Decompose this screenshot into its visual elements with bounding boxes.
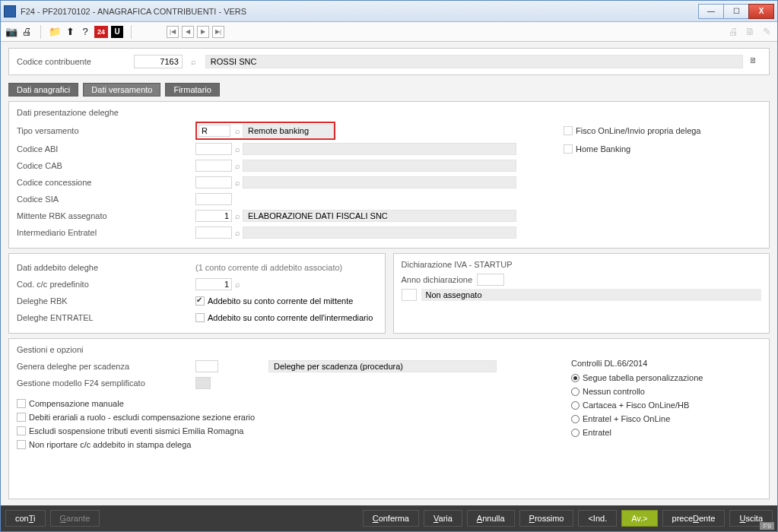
radio-entratel-fisco[interactable]: [571, 415, 580, 423]
code-label: Codice contribuente: [17, 57, 91, 66]
print-icon[interactable]: 🖨: [21, 26, 33, 38]
nav-prev-button[interactable]: ◀: [182, 26, 194, 38]
cc-input[interactable]: [195, 278, 232, 290]
conc-search-icon[interactable]: ⌕: [232, 177, 243, 188]
entratel-desc-field: [243, 226, 516, 239]
home-label: Home Banking: [576, 144, 630, 154]
conferma-button[interactable]: Conferma: [363, 510, 419, 527]
tipo-search-icon[interactable]: ⌕: [232, 125, 243, 136]
entratel-input[interactable]: [195, 226, 232, 239]
rbk-code-input[interactable]: [195, 210, 232, 222]
abi-search-icon[interactable]: ⌕: [232, 144, 243, 154]
rbk-label: Mittente RBK assegnato: [17, 211, 195, 220]
nav-first-button[interactable]: |◀: [167, 26, 179, 38]
conc-input[interactable]: [195, 176, 232, 188]
annulla-button[interactable]: Annulla: [467, 510, 515, 527]
dl-title: Controlli DL.66/2014: [571, 359, 761, 368]
tabs: Dati anagrafici Dati versamento Firmatar…: [8, 83, 770, 97]
cab-search-icon[interactable]: ⌕: [232, 160, 243, 171]
edit-icon: ✎: [761, 26, 773, 38]
abi-label: Codice ABI: [17, 144, 195, 154]
abi-desc-field: [243, 143, 516, 155]
footer-bar: conTi Garante Conferma Varia Annulla Pro…: [1, 505, 777, 531]
tipo-desc-field: Remote banking: [243, 124, 334, 138]
code-input[interactable]: [134, 55, 183, 68]
panel2-container: Dati addebito deleghe (1 conto corrente …: [8, 253, 770, 334]
radio-nessun[interactable]: [571, 388, 580, 396]
gen-desc-field: Deleghe per scadenza (procedura): [268, 360, 497, 372]
camera-icon[interactable]: 📷: [5, 26, 17, 38]
deleghe-rbk-label: Deleghe RBK: [17, 296, 195, 306]
varia-button[interactable]: Varia: [424, 510, 462, 527]
tipo-highlight: ⌕ Remote banking: [195, 122, 335, 140]
f24s-label: Gestione modello F24 semplificato: [17, 378, 195, 388]
close-button[interactable]: X: [748, 4, 774, 19]
tab-anagrafici[interactable]: Dati anagrafici: [8, 83, 78, 97]
precedente-button[interactable]: preceDente: [662, 510, 726, 527]
chk-debiti[interactable]: [17, 413, 26, 422]
tipo-label: Tipo versamento: [17, 126, 195, 135]
gen-input[interactable]: [195, 360, 218, 372]
prossimo-button[interactable]: Prossimo: [519, 510, 574, 527]
document-icon[interactable]: 🗎: [749, 55, 761, 68]
tab-firmatario[interactable]: Firmatario: [165, 83, 220, 97]
panel-addebito: Dati addebito deleghe (1 conto corrente …: [8, 253, 386, 334]
gen-label: Genera deleghe per scadenza: [17, 362, 195, 371]
tipo-code-input[interactable]: [198, 125, 230, 137]
assign-pre-box[interactable]: [402, 289, 417, 301]
conc-desc-field: [243, 176, 516, 188]
cab-input[interactable]: [195, 160, 232, 172]
f24s-box[interactable]: [195, 377, 211, 389]
rbk-addebito-checkbox[interactable]: [195, 296, 205, 306]
fisco-checkbox: [564, 126, 573, 135]
ind-button[interactable]: <Ind.: [578, 510, 617, 527]
cab-label: Codice CAB: [17, 161, 195, 170]
panel-iva-startup: Dichiarazione IVA - STARTUP Anno dichiar…: [393, 253, 770, 334]
ent-addebito-label: Addebito su conto corrente dell'intermed…: [208, 313, 373, 322]
anno-label: Anno dichiarazione: [402, 275, 473, 284]
garante-button: Garante: [50, 510, 100, 527]
radio-cartacea[interactable]: [571, 401, 580, 410]
twentyfour-icon[interactable]: 24: [94, 26, 108, 38]
conti-button[interactable]: conTi: [5, 510, 46, 527]
tab-versamento[interactable]: Dati versamento: [83, 83, 160, 97]
chk-sospensione[interactable]: [17, 426, 26, 435]
entratel-label: Intermediario Entratel: [17, 228, 195, 237]
help-icon[interactable]: ?: [79, 26, 91, 38]
rbk-addebito-label: Addebito su conto corrente del mittente: [208, 296, 353, 306]
titlebar: F24 - PF20170102 - ANAGRAFICA CONTRIBUEN…: [1, 1, 777, 22]
f9-indicator: F9: [760, 522, 774, 530]
radio-segue[interactable]: [571, 374, 580, 382]
app-window: F24 - PF20170102 - ANAGRAFICA CONTRIBUEN…: [0, 0, 778, 532]
upload-icon[interactable]: ⬆: [64, 26, 76, 38]
toolbar: 📷 🖨 📁 ⬆ ? 24 U |◀ ◀ ▶ ▶| 🖨 🗎 ✎: [1, 22, 777, 42]
print2-icon: 🖨: [727, 26, 739, 38]
rbk-desc-field: ELABORAZIONE DATI FISCALI SNC: [243, 210, 516, 222]
nav-last-button[interactable]: ▶|: [212, 26, 224, 38]
av-button[interactable]: Av.>: [621, 510, 657, 527]
cc-search-icon[interactable]: ⌕: [232, 279, 243, 290]
rbk-search-icon[interactable]: ⌕: [232, 211, 243, 221]
anno-input[interactable]: [477, 274, 504, 286]
contributor-row: Codice contribuente ⌕ ROSSI SNC 🗎: [8, 48, 770, 75]
minimize-button[interactable]: —: [698, 4, 724, 19]
conc-label: Codice concessione: [17, 178, 195, 187]
nav-next-button[interactable]: ▶: [197, 26, 209, 38]
panel3-title: Gestioni e opzioni: [17, 345, 761, 354]
content-area: Codice contribuente ⌕ ROSSI SNC 🗎 Dati a…: [1, 42, 777, 505]
entratel-search-icon[interactable]: ⌕: [232, 227, 243, 238]
cab-desc-field: [243, 160, 516, 172]
abi-input[interactable]: [195, 143, 232, 155]
sia-input[interactable]: [195, 193, 232, 205]
home-checkbox: [564, 144, 573, 154]
maximize-button[interactable]: ☐: [723, 4, 749, 19]
chk-riportare[interactable]: [17, 440, 26, 449]
u-icon[interactable]: U: [111, 26, 123, 38]
assign-field: Non assegnato: [421, 289, 762, 301]
chk-compensazione[interactable]: [17, 399, 26, 408]
window-title: F24 - PF20170102 - ANAGRAFICA CONTRIBUEN…: [21, 7, 699, 16]
search-icon[interactable]: ⌕: [189, 56, 199, 67]
radio-entratel[interactable]: [571, 429, 580, 437]
ent-addebito-checkbox[interactable]: [195, 313, 205, 322]
folder-icon[interactable]: 📁: [49, 26, 61, 38]
